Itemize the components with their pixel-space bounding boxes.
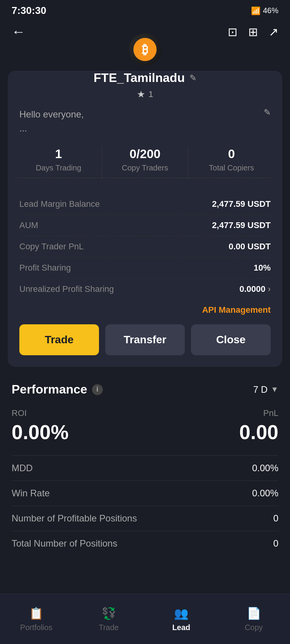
total-positions-value: 0 <box>273 538 278 549</box>
trade-nav-icon: 💱 <box>102 607 116 620</box>
period-dropdown-icon: ▼ <box>271 385 278 394</box>
copy-trader-pnl-label: Copy Trader PnL <box>19 242 84 252</box>
bottom-nav: 📋 Portfolios 💱 Trade 👥 Lead 📄 Copy <box>0 594 290 644</box>
roi-pnl-row: ROI 0.00% PnL 0.00 <box>12 408 278 444</box>
api-management-link[interactable]: API Management <box>8 300 282 315</box>
days-trading-value: 1 <box>15 147 102 161</box>
avatar-wrap: ₿ <box>0 32 290 67</box>
star-rating-value: 1 <box>148 89 153 99</box>
copy-trader-pnl-value: 0.00 USDT <box>229 242 271 252</box>
profitable-positions-value: 0 <box>273 513 278 524</box>
perf-row-total-positions: Total Number of Positions 0 <box>12 531 278 556</box>
performance-header: Performance i 7 D ▼ <box>12 382 278 397</box>
time: 7:30:30 <box>12 5 46 17</box>
performance-details: MDD 0.00% Win Rate 0.00% Number of Profi… <box>12 455 278 556</box>
nav-copy[interactable]: 📄 Copy <box>218 607 290 632</box>
roi-section: ROI 0.00% <box>12 408 68 444</box>
perf-row-mdd: MDD 0.00% <box>12 455 278 480</box>
bio-text: Hello everyone,... <box>19 107 84 135</box>
bio-edit-icon[interactable]: ✎ <box>264 107 271 118</box>
period-value: 7 D <box>253 384 268 395</box>
profile-card: FTE_Tamilnadu ✎ ★ 1 Hello everyone,... ✎… <box>8 71 282 367</box>
status-right: 📶 46% <box>251 6 278 15</box>
transfer-button[interactable]: Transfer <box>105 324 185 355</box>
performance-info-icon[interactable]: i <box>92 384 103 395</box>
profile-name-row: FTE_Tamilnadu ✎ <box>8 71 282 85</box>
profile-username: FTE_Tamilnadu <box>94 71 185 85</box>
copy-traders-value: 0/200 <box>102 147 188 161</box>
info-rows: Lead Margin Balance 2,477.59 USDT AUM 2,… <box>8 194 282 300</box>
unrealized-profit-label: Unrealized Profit Sharing <box>19 284 114 294</box>
stat-days-trading: 1 Days Trading <box>15 147 102 178</box>
stats-row: 1 Days Trading 0/200 Copy Traders 0 Tota… <box>8 147 282 186</box>
edit-profile-icon[interactable]: ✎ <box>189 73 196 83</box>
performance-section: Performance i 7 D ▼ ROI 0.00% PnL 0.00 M… <box>0 367 290 564</box>
status-bar: 7:30:30 📶 46% <box>0 0 290 20</box>
mdd-label: MDD <box>12 463 33 474</box>
nav-lead[interactable]: 👥 Lead <box>145 607 218 632</box>
trade-nav-label: Trade <box>99 623 119 632</box>
copy-label: Copy <box>245 623 263 632</box>
battery-label: 46% <box>263 6 278 15</box>
trade-button[interactable]: Trade <box>19 324 99 355</box>
performance-title: Performance <box>12 382 87 397</box>
lead-icon: 👥 <box>174 607 188 620</box>
pnl-label: PnL <box>239 408 278 418</box>
star-icon: ★ <box>137 89 145 100</box>
info-row-lead-margin: Lead Margin Balance 2,477.59 USDT <box>19 194 271 215</box>
total-copiers-value: 0 <box>188 147 275 161</box>
pnl-value: 0.00 <box>239 421 278 444</box>
days-trading-label: Days Trading <box>15 164 102 172</box>
roi-value: 0.00% <box>12 421 68 444</box>
lead-margin-label: Lead Margin Balance <box>19 199 100 209</box>
action-buttons: Trade Transfer Close <box>19 324 271 355</box>
network-icon: 📶 <box>251 6 261 15</box>
profit-sharing-value: 10% <box>254 263 271 273</box>
portfolios-label: Portfolios <box>20 623 52 632</box>
period-selector[interactable]: 7 D ▼ <box>253 384 278 395</box>
stat-total-copiers: 0 Total Copiers <box>188 147 275 178</box>
copy-traders-label: Copy Traders <box>102 164 188 172</box>
copy-icon: 📄 <box>247 607 261 620</box>
mdd-value: 0.00% <box>252 463 278 474</box>
win-rate-label: Win Rate <box>12 488 50 499</box>
profitable-positions-label: Number of Profitable Positions <box>12 513 137 524</box>
unrealized-profit-value[interactable]: 0.0000 <box>239 284 271 294</box>
total-positions-label: Total Number of Positions <box>12 538 117 549</box>
perf-row-win-rate: Win Rate 0.00% <box>12 480 278 506</box>
bio-row: Hello everyone,... ✎ <box>8 107 282 135</box>
stat-copy-traders: 0/200 Copy Traders <box>102 147 188 178</box>
info-row-aum: AUM 2,477.59 USDT <box>19 215 271 236</box>
performance-title-group: Performance i <box>12 382 103 397</box>
lead-label: Lead <box>172 623 190 632</box>
aum-value: 2,477.59 USDT <box>212 220 271 230</box>
avatar: ₿ <box>128 32 162 67</box>
info-row-copy-trader-pnl: Copy Trader PnL 0.00 USDT <box>19 236 271 257</box>
portfolios-icon: 📋 <box>29 607 43 620</box>
info-row-profit-sharing: Profit Sharing 10% <box>19 257 271 279</box>
star-rating-row: ★ 1 <box>8 89 282 100</box>
profit-sharing-label: Profit Sharing <box>19 263 71 273</box>
aum-label: AUM <box>19 220 38 230</box>
lead-margin-value: 2,477.59 USDT <box>212 199 271 209</box>
info-row-unrealized-profit: Unrealized Profit Sharing 0.0000 <box>19 279 271 300</box>
nav-portfolios[interactable]: 📋 Portfolios <box>0 607 73 632</box>
perf-row-profitable-positions: Number of Profitable Positions 0 <box>12 506 278 531</box>
total-copiers-label: Total Copiers <box>188 164 275 172</box>
nav-trade[interactable]: 💱 Trade <box>73 607 145 632</box>
close-button[interactable]: Close <box>191 324 271 355</box>
avatar-bitcoin-icon: ₿ <box>133 38 157 61</box>
pnl-section: PnL 0.00 <box>239 408 278 444</box>
roi-label: ROI <box>12 408 68 418</box>
win-rate-value: 0.00% <box>252 488 278 499</box>
